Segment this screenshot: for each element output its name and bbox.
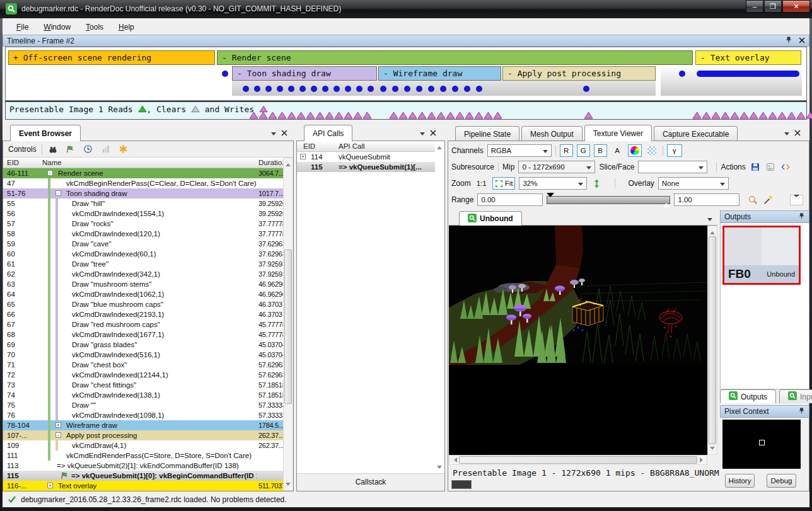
panel-menu-icon[interactable] [784,132,789,138]
texture-display[interactable] [449,226,707,455]
event-row[interactable]: 109vkCmdDraw(4,1)262.37... [3,440,283,451]
event-row[interactable]: 58vkCmdDrawIndexed(120,1)37.77778 [3,229,283,239]
tab-texture-viewer[interactable]: Texture Viewer [584,125,652,141]
stats-icon[interactable] [100,144,112,155]
event-row[interactable]: 67Draw "red mushroom caps"45.77778 [3,319,283,330]
range-black-handle[interactable] [547,193,554,201]
range-max-field[interactable]: 1.00 [674,193,740,206]
close-icon[interactable] [799,37,805,45]
event-row[interactable]: 72vkCmdDrawIndexed(12144,1)57.62963 [3,370,283,380]
debug-button[interactable]: Debug [767,474,796,488]
fit-button[interactable]: Fit [492,177,516,190]
range-options-button[interactable] [790,195,803,205]
texture-list-dropdown-icon[interactable] [707,218,712,224]
expander-icon[interactable]: + [300,154,306,159]
api-call-row[interactable]: +114vkQueueSubmit [297,152,435,162]
pin-icon[interactable] [785,36,792,45]
image-icon[interactable] [765,161,776,173]
find-icon[interactable] [47,144,59,155]
menu-tools[interactable]: Tools [79,21,110,33]
save-icon[interactable] [750,161,761,173]
mip-dropdown[interactable]: 0 - 1272x690 [518,161,595,173]
event-row[interactable]: 65Draw "blue mushroom caps"46.37037 [3,299,283,309]
maximize-button[interactable]: ❐ [764,0,782,13]
timeline-body[interactable]: + Off-screen scene rendering- Render sce… [5,47,807,101]
event-row[interactable]: 51-76-Toon shading draw1017.7... [3,188,283,198]
close-icon[interactable] [794,129,801,138]
menu-window[interactable]: Window [37,21,77,33]
checkerboard-icon[interactable] [646,144,659,157]
event-row[interactable]: 113=> vkQueueSubmit(2)[1]: vkEndCommandB… [3,461,283,471]
tab-event-browser[interactable]: Event Browser [10,125,81,141]
event-row[interactable]: 115=> vkQueueSubmit(1)[0]: vkBeginComman… [3,471,283,481]
event-row[interactable]: 75Draw ""57.33333 [3,400,283,410]
panel-menu-icon[interactable] [420,132,425,138]
event-browser-scrollbar[interactable] [283,158,293,491]
timeline-marker[interactable]: - Text overlay [695,50,801,65]
event-row[interactable]: 46-111-Render scene3064.7... [3,168,283,178]
pin-icon[interactable] [798,212,805,221]
flip-vertical-icon[interactable] [591,178,602,189]
channel-b-button[interactable]: B [594,144,607,157]
output-fb0-thumbnail[interactable]: FB0 Unbound [722,226,801,285]
event-row[interactable]: 76vkCmdDrawIndexed(1098,1)57.33333 [3,410,283,420]
event-row[interactable]: 59Draw "cave"37.62963 [3,239,283,249]
panel-menu-icon[interactable] [271,132,276,138]
expander-icon[interactable]: + [47,483,53,488]
zoom-level-dropdown[interactable]: 32% [519,177,587,190]
close-icon[interactable] [281,129,287,138]
event-row[interactable]: 64vkCmdDrawIndexed(1062,1)46.96296 [3,289,283,299]
autofit-wand-icon[interactable] [762,194,774,205]
tab-capture-executable[interactable]: Capture Executable [654,126,738,141]
event-row[interactable]: 73Draw "chest fittings"57.18518 [3,380,283,390]
code-icon[interactable] [780,161,791,173]
event-row[interactable]: 60vkCmdDrawIndexed(60,1)37.62963 [3,249,283,259]
texture-hscrollbar[interactable] [449,455,707,465]
channel-g-button[interactable]: G [577,144,590,157]
event-row[interactable]: 55Draw "hill"39.25926 [3,198,283,209]
close-button[interactable]: ✕ [782,0,810,13]
pin-icon[interactable] [798,407,805,416]
expander-icon[interactable]: - [47,170,53,176]
channels-dropdown[interactable]: RGBA [487,144,552,157]
event-row[interactable]: 62vkCmdDrawIndexed(342,1)37.92593 [3,269,283,279]
color-wheel-icon[interactable] [628,144,642,157]
expander-icon[interactable]: + [55,422,61,428]
zoom-1to1-button[interactable]: 1:1 [475,177,489,190]
bookmark-icon[interactable] [118,144,129,155]
timeline-marker[interactable]: - Toon shading draw [232,66,377,81]
event-row[interactable]: 63Draw "mushroom stems"46.96296 [3,279,283,289]
api-table-header[interactable]: EID API Call [297,141,435,152]
texture-vscrollbar[interactable] [707,226,717,455]
slice-face-dropdown[interactable] [638,161,707,173]
event-row[interactable]: 66vkCmdDrawIndexed(2193,1)46.37037 [3,309,283,319]
menu-file[interactable]: File [10,21,35,33]
tab-mesh-output[interactable]: Mesh Output [521,126,583,141]
timeline-marker[interactable]: - Wireframe draw [378,66,501,81]
callstack-footer[interactable]: Callstack [297,473,444,491]
expander-icon[interactable]: - [55,190,61,196]
timeline-marker[interactable]: - Render scene [217,50,693,65]
menu-help[interactable]: Help [112,21,141,33]
timeline-marker[interactable]: - Apply post processing [502,66,656,81]
overlay-dropdown[interactable]: None [658,177,729,190]
zoom-range-icon[interactable] [747,194,758,205]
event-row[interactable]: 57Draw "rocks"37.77778 [3,219,283,229]
range-slider[interactable] [547,196,670,204]
event-row[interactable]: 74vkCmdDrawIndexed(138,1)57.18518 [3,390,283,400]
tab-api-calls[interactable]: API Calls [304,125,352,141]
tab-inputs[interactable]: Inputs [779,389,812,403]
gamma-button[interactable]: γ [667,144,682,157]
event-row[interactable]: 68vkCmdDrawIndexed(1677,1)45.77778 [3,330,283,340]
channel-a-button[interactable]: A [611,144,624,157]
time-durations-icon[interactable] [83,144,94,155]
event-row[interactable]: 107-...-Apply post processing262.37... [3,430,283,440]
event-table-header[interactable]: EID Name Duratio... [3,158,283,168]
event-row[interactable]: 116-...+Text overlay511.7037 [3,481,283,491]
goto-eid-icon[interactable] [65,144,76,155]
tab-unbound-texture[interactable]: Unbound [459,211,522,226]
close-icon[interactable] [430,129,436,138]
expander-icon[interactable]: - [55,432,61,438]
timeline-marker[interactable]: + Off-screen scene rendering [8,50,215,65]
event-row[interactable]: 70vkCmdDrawIndexed(516,1)45.03704 [3,350,283,360]
